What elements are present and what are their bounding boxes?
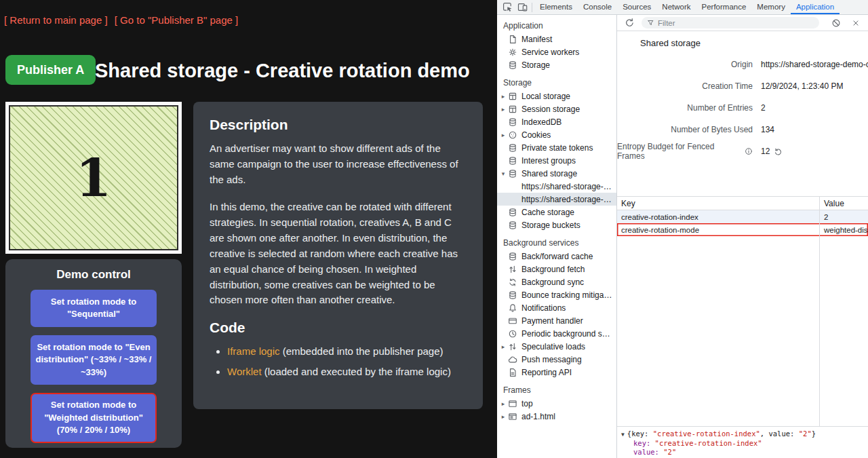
expander-icon[interactable]: ▸ bbox=[499, 343, 507, 350]
storage-view-title: Shared storage bbox=[640, 38, 868, 48]
sidebar-item-label: Notifications bbox=[521, 303, 616, 313]
sidebar-item-cookies[interactable]: ▸Cookies bbox=[497, 128, 616, 141]
metadata-row-number-of-bytes-used: Number of Bytes Used134 bbox=[617, 119, 868, 140]
sidebar-item-speculative-loads[interactable]: ▸Speculative loads bbox=[497, 340, 616, 353]
page-nav: [ Return to main page ] [ Go to "Publish… bbox=[4, 14, 242, 26]
sidebar-item-interest-groups[interactable]: Interest groups bbox=[497, 154, 616, 167]
description-paragraph: In this demo, the creative can be rotate… bbox=[210, 199, 467, 309]
frame-icon bbox=[507, 399, 517, 408]
sidebar-item-label: Cache storage bbox=[521, 208, 616, 217]
metadata-label-text: Creation Time bbox=[702, 81, 753, 91]
sidebar-item-local-storage[interactable]: ▸Local storage bbox=[497, 90, 616, 102]
sidebar-item-label: Storage buckets bbox=[521, 221, 616, 230]
expander-icon[interactable]: ▸ bbox=[499, 413, 507, 420]
sidebar-item-cache-storage[interactable]: Cache storage bbox=[497, 206, 616, 218]
device-toolbar-icon[interactable] bbox=[515, 1, 530, 14]
table-icon bbox=[507, 92, 517, 101]
publisher-b-link[interactable]: [ Go to "Publisher B" page ] bbox=[115, 14, 238, 26]
code-link-iframe-logic[interactable]: Iframe logic bbox=[227, 345, 280, 357]
sidebar-item-payment-handler[interactable]: Payment handler bbox=[497, 314, 616, 327]
sidebar-item-label: https://shared-storage-d… bbox=[521, 195, 616, 204]
tab-memory[interactable]: Memory bbox=[751, 0, 791, 14]
column-header-value[interactable]: Value bbox=[820, 197, 868, 210]
devtools-main: Filter Shared storage Originhttps://shar… bbox=[617, 15, 868, 458]
code-list-item: Worklet (loaded and executed by the ifra… bbox=[227, 364, 467, 380]
return-main-link[interactable]: [ Return to main page ] bbox=[4, 14, 108, 26]
inspect-icon[interactable] bbox=[500, 1, 515, 14]
expander-icon[interactable]: ▸ bbox=[499, 400, 507, 407]
database-icon bbox=[507, 117, 517, 127]
close-icon[interactable] bbox=[848, 16, 863, 30]
sidebar-item-shared-storage[interactable]: ▾Shared storage bbox=[497, 167, 616, 180]
preview-summary: ▼{key: "creative-rotation-index", value:… bbox=[621, 430, 864, 439]
sidebar-item-ad-1-html[interactable]: ▸ad-1.html bbox=[497, 410, 616, 423]
database-icon bbox=[507, 156, 517, 166]
cell-value: 2 bbox=[820, 210, 868, 223]
sidebar-item-push-messaging[interactable]: Push messaging bbox=[497, 353, 616, 366]
metadata-value-text: 12/9/2024, 1:23:40 PM bbox=[761, 81, 843, 91]
creative-ad-frame: 1 bbox=[5, 102, 182, 254]
storage-toolbar: Filter bbox=[617, 15, 868, 31]
devtools-tabbar: ElementsConsoleSourcesNetworkPerformance… bbox=[497, 0, 868, 15]
sidebar-item-bounce-tracking-mitiga[interactable]: Bounce tracking mitiga… bbox=[497, 288, 616, 301]
refresh-icon[interactable] bbox=[622, 16, 637, 30]
sidebar-item-storage[interactable]: Storage bbox=[497, 58, 616, 71]
reset-budget-icon[interactable] bbox=[774, 147, 783, 156]
sidebar-item-service-workers[interactable]: Service workers bbox=[497, 45, 616, 58]
code-list-item: Iframe logic (embedded into the publishe… bbox=[227, 344, 467, 360]
sidebar-item-label: Manifest bbox=[521, 35, 616, 44]
description-paragraph: An advertiser may want to show different… bbox=[210, 141, 467, 188]
sidebar-item-notifications[interactable]: Notifications bbox=[497, 301, 616, 314]
rotation-mode-button-3[interactable]: Set rotation mode to "Weighted distribut… bbox=[31, 393, 157, 442]
clear-all-icon[interactable] bbox=[829, 16, 844, 30]
expander-icon[interactable]: ▾ bbox=[499, 170, 507, 177]
sidebar-item-periodic-background-s[interactable]: Periodic background s… bbox=[497, 327, 616, 340]
metadata-row-number-of-entries: Number of Entries2 bbox=[617, 97, 868, 119]
sidebar-item-private-state-tokens[interactable]: Private state tokens bbox=[497, 141, 616, 154]
table-row-creative-rotation-mode[interactable]: creative-rotation-modeweighted-distribut… bbox=[617, 223, 868, 236]
sidebar-item-background-sync[interactable]: Background sync bbox=[497, 275, 616, 288]
metadata-label: Number of Entries bbox=[617, 103, 753, 113]
tab-console[interactable]: Console bbox=[578, 0, 617, 14]
devtools-sidebar: ApplicationManifestService workersStorag… bbox=[497, 15, 617, 458]
metadata-value-text: 2 bbox=[761, 103, 766, 113]
filter-input[interactable]: Filter bbox=[642, 17, 819, 28]
preview-comma: , bbox=[760, 430, 769, 438]
expander-icon[interactable]: ▸ bbox=[499, 132, 507, 138]
info-icon[interactable] bbox=[745, 147, 753, 155]
table-row-creative-rotation-index[interactable]: creative-rotation-index2 bbox=[617, 210, 868, 223]
rotation-mode-button-1[interactable]: Set rotation mode to "Sequential" bbox=[31, 290, 157, 327]
sidebar-item-label: Speculative loads bbox=[521, 342, 616, 351]
sidebar-item-session-storage[interactable]: ▸Session storage bbox=[497, 102, 616, 115]
sidebar-item-indexeddb[interactable]: IndexedDB bbox=[497, 115, 616, 128]
tab-application[interactable]: Application bbox=[791, 0, 840, 14]
tab-performance[interactable]: Performance bbox=[696, 0, 752, 14]
sidebar-item-storage-buckets[interactable]: Storage buckets bbox=[497, 218, 616, 231]
sidebar-item-manifest[interactable]: Manifest bbox=[497, 33, 616, 45]
expander-icon[interactable]: ▸ bbox=[499, 93, 507, 100]
cell-key: creative-rotation-mode bbox=[617, 223, 820, 236]
preview-prop-name: value: bbox=[768, 430, 798, 438]
sidebar-item-reporting-api[interactable]: Reporting API bbox=[497, 366, 616, 379]
code-link-rest: (embedded into the publisher page) bbox=[280, 345, 443, 357]
sidebar-item-https-shared-storage-d[interactable]: https://shared-storage-d… bbox=[497, 180, 616, 193]
expander-icon[interactable]: ▼ bbox=[621, 432, 625, 438]
sidebar-item-https-shared-storage-d[interactable]: https://shared-storage-d… bbox=[497, 193, 616, 206]
code-link-worklet[interactable]: Worklet bbox=[227, 366, 262, 377]
tab-elements[interactable]: Elements bbox=[534, 0, 578, 14]
sidebar-item-background-fetch[interactable]: Background fetch bbox=[497, 263, 616, 275]
metadata-row-entropy-budget-for-fenced-frames: Entropy Budget for Fenced Frames12 bbox=[617, 140, 868, 162]
rotation-mode-button-2[interactable]: Set rotation mode to "Even distribution"… bbox=[31, 335, 157, 385]
column-header-key[interactable]: Key bbox=[617, 197, 820, 210]
metadata-label-text: Origin bbox=[731, 60, 753, 69]
bell-icon bbox=[507, 303, 517, 313]
expander-icon[interactable]: ▸ bbox=[499, 106, 507, 113]
tab-network[interactable]: Network bbox=[656, 0, 696, 14]
property-value: "creative-rotation-index" bbox=[655, 439, 762, 447]
sidebar-item-label: Session storage bbox=[521, 104, 616, 114]
tab-sources[interactable]: Sources bbox=[617, 0, 656, 14]
section-background-services: Background servicesBack/forward cacheBac… bbox=[497, 236, 616, 379]
preview-brace: } bbox=[812, 430, 816, 438]
sidebar-item-back-forward-cache[interactable]: Back/forward cache bbox=[497, 250, 616, 263]
sidebar-item-top[interactable]: ▸top bbox=[497, 397, 616, 410]
